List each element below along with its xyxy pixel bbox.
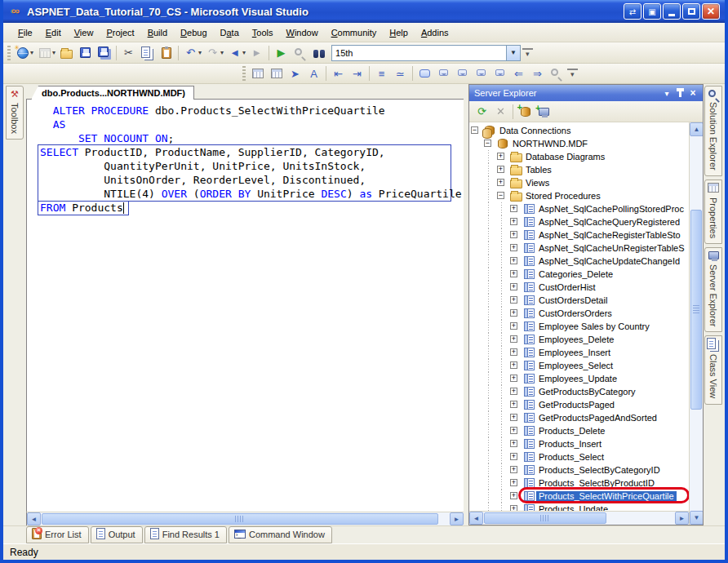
navigate-backward-icon[interactable]: ◄ [225, 44, 244, 61]
expand-icon[interactable]: + [497, 166, 504, 173]
menu-item-addins[interactable]: Addins [415, 25, 455, 40]
tree-item[interactable]: +AspNet_SqlCacheUpdateChangeId [469, 255, 689, 268]
tree-item[interactable]: +Database Diagrams [469, 150, 689, 163]
tree-vertical-scrollbar[interactable]: ▲ ▼ [689, 122, 703, 525]
expand-icon[interactable]: + [510, 348, 517, 356]
tab-command-window[interactable]: Command Window [229, 526, 332, 543]
toolbar-overflow-icon-2[interactable]: ▾ [567, 69, 578, 78]
import-doc-icon[interactable]: ⇐ [509, 65, 528, 82]
expand-icon[interactable]: + [510, 322, 517, 330]
expand-icon[interactable]: + [510, 440, 517, 447]
collapse-icon[interactable]: − [471, 126, 478, 134]
rounded-rect-icon[interactable] [415, 65, 434, 82]
list-undo-icon[interactable]: ≃ [391, 65, 410, 82]
menu-item-debug[interactable]: Debug [174, 25, 213, 40]
expand-icon[interactable]: + [510, 492, 517, 499]
new-web-site-icon[interactable] [13, 44, 32, 61]
editor-hscroll-thumb[interactable] [42, 513, 438, 525]
menu-item-window[interactable]: Window [279, 25, 324, 40]
tab-solution-explorer[interactable]: Solution Explorer [704, 86, 722, 176]
expand-icon[interactable]: + [510, 257, 517, 264]
tree-item-selected[interactable]: +Products_SelectWithPriceQuartile [469, 490, 689, 503]
paste-icon[interactable] [157, 44, 175, 61]
export-doc-icon[interactable]: ⇒ [528, 65, 547, 82]
menu-item-build[interactable]: Build [141, 25, 174, 40]
open-file-icon[interactable] [57, 44, 76, 61]
window-position-icon[interactable]: ▾ [660, 87, 673, 100]
expand-icon[interactable]: + [510, 505, 517, 511]
menu-item-project[interactable]: Project [100, 25, 140, 40]
tree-item[interactable]: +AspNet_SqlCacheUnRegisterTableS [469, 242, 689, 255]
find-combobox[interactable]: 15th ▼ [331, 45, 521, 61]
show-table-pane-icon[interactable] [248, 65, 267, 82]
undo-icon[interactable]: ↶ [181, 44, 200, 61]
tab-find-results-1[interactable]: Find Results 1 [144, 526, 227, 543]
expand-icon[interactable]: + [510, 414, 517, 421]
sql-code-editor[interactable]: ALTER PROCEDURE dbo.Products_SelectWithP… [26, 100, 464, 512]
callout-back-icon[interactable] [472, 65, 491, 82]
tree-vscroll-thumb[interactable] [690, 210, 702, 410]
tree-item[interactable]: +Employees_Select [469, 359, 689, 372]
tree-item[interactable]: +Products_Insert [469, 437, 689, 450]
expand-icon[interactable]: + [510, 479, 517, 486]
dock-left-right-button[interactable]: ⇄ [624, 3, 641, 20]
tree-item[interactable]: −Data Connections [469, 124, 689, 137]
scroll-right-icon[interactable]: ► [450, 512, 464, 525]
combobox-dropdown-icon[interactable]: ▼ [506, 46, 520, 60]
add-new-item-icon[interactable] [35, 44, 54, 61]
maximize-button[interactable] [682, 3, 700, 20]
save-icon[interactable] [76, 44, 95, 61]
expand-icon[interactable]: + [510, 244, 517, 251]
save-all-icon[interactable] [95, 44, 113, 61]
expand-icon[interactable]: + [497, 179, 504, 186]
menu-item-community[interactable]: Community [325, 25, 384, 40]
tree-item[interactable]: +AspNet_SqlCachePollingStoredProc [469, 202, 689, 215]
tree-item[interactable]: +Categories_Delete [469, 268, 689, 281]
menu-item-edit[interactable]: Edit [39, 25, 68, 40]
menu-item-file[interactable]: File [11, 25, 39, 40]
tab-toolbox[interactable]: ⚒ Toolbox [6, 86, 24, 140]
menu-item-help[interactable]: Help [383, 25, 415, 40]
tree-item[interactable]: +Products_Select [469, 450, 689, 463]
tree-item[interactable]: +Products_SelectByCategoryID [469, 463, 689, 477]
navigate-forward-icon[interactable]: ► [247, 44, 266, 61]
collapse-icon[interactable]: − [497, 192, 504, 199]
tree-scroll-left-icon[interactable]: ◄ [469, 512, 483, 525]
tree-item[interactable]: +GetProductsPagedAndSorted [469, 411, 689, 424]
menu-item-view[interactable]: View [68, 25, 100, 40]
expand-icon[interactable]: + [510, 401, 517, 408]
tree-item[interactable]: +GetProductsPaged [469, 398, 689, 411]
toolbar-grip-2[interactable] [242, 66, 246, 81]
toolbar-overflow-icon[interactable]: ▾ [522, 48, 533, 58]
start-debugging-icon[interactable]: ▶ [272, 44, 291, 61]
tree-item[interactable]: +AspNet_SqlCacheQueryRegistered [469, 215, 689, 228]
callout-front-icon[interactable] [491, 65, 509, 82]
expand-icon[interactable]: + [510, 427, 517, 434]
expand-icon[interactable]: + [510, 361, 517, 369]
tree-hscroll-thumb[interactable] [484, 512, 606, 524]
tree-item[interactable]: +Employees_Delete [469, 333, 689, 346]
pop-out-button[interactable]: ▣ [643, 3, 661, 20]
tree-item[interactable]: +Tables [469, 163, 689, 176]
pointer-icon[interactable]: ➤ [286, 65, 304, 82]
callout-left-icon[interactable] [434, 65, 453, 82]
collapse-icon[interactable]: − [484, 140, 491, 147]
tree-item[interactable]: +Products_SelectByProductID [469, 477, 689, 490]
tree-item[interactable]: +CustOrdersOrders [469, 307, 689, 320]
expand-icon[interactable]: + [510, 218, 517, 225]
menu-item-tools[interactable]: Tools [246, 25, 280, 40]
decrease-indent-icon[interactable]: ⇤ [329, 65, 348, 82]
tree-item[interactable]: +CustOrderHist [469, 281, 689, 294]
tree-item[interactable]: +CustOrdersDetail [469, 294, 689, 307]
find-in-files-icon[interactable] [309, 44, 328, 61]
editor-horizontal-scrollbar[interactable]: ◄ ► [26, 512, 464, 525]
connect-to-database-icon[interactable] [516, 103, 535, 120]
tree-item[interactable]: +Employees_Insert [469, 346, 689, 359]
expand-icon[interactable]: + [510, 375, 517, 382]
tree-item[interactable]: +GetProductsByCategory [469, 385, 689, 398]
expand-icon[interactable]: + [510, 231, 517, 238]
tree-item[interactable]: +Products_Update [469, 503, 689, 511]
close-button[interactable]: ✕ [702, 3, 720, 20]
callout-right-icon[interactable] [453, 65, 472, 82]
refresh-icon[interactable]: ⟳ [473, 103, 491, 120]
